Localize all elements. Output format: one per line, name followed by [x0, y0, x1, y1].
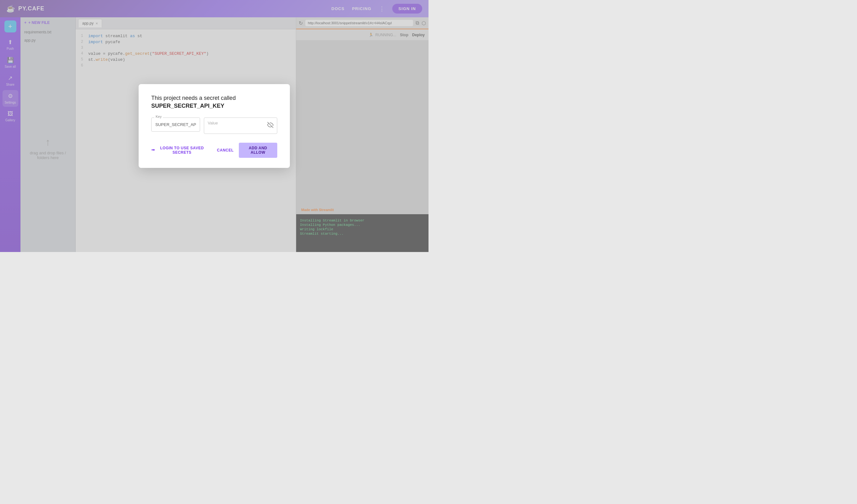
eye-icon[interactable] — [267, 122, 273, 130]
modal-secret-name: SUPER_SECRET_API_KEY — [151, 102, 277, 110]
secret-modal: This project needs a secret called SUPER… — [139, 84, 290, 168]
modal-fields: Key Value — [151, 117, 277, 134]
value-field-group: Value — [204, 117, 277, 134]
add-and-allow-button[interactable]: ADD AND ALLOW — [239, 143, 277, 158]
login-arrow-icon: ⮕ — [151, 148, 155, 152]
modal-overlay: This project needs a secret called SUPER… — [0, 0, 428, 252]
key-field-group: Key — [151, 117, 200, 134]
modal-title: This project needs a secret called SUPER… — [151, 94, 277, 110]
value-field-label: Value — [208, 121, 218, 125]
key-input[interactable] — [151, 117, 200, 132]
value-input-box[interactable]: Value — [204, 117, 277, 134]
cancel-button[interactable]: CANCEL — [217, 148, 234, 152]
login-to-secrets-button[interactable]: ⮕ LOGIN TO USE SAVED SECRETS — [151, 146, 207, 155]
modal-title-line1: This project needs a secret called — [151, 95, 236, 101]
key-field-label: Key — [154, 115, 163, 118]
modal-actions: ⮕ LOGIN TO USE SAVED SECRETS CANCEL ADD … — [151, 143, 277, 158]
login-label: LOGIN TO USE SAVED SECRETS — [157, 146, 207, 155]
